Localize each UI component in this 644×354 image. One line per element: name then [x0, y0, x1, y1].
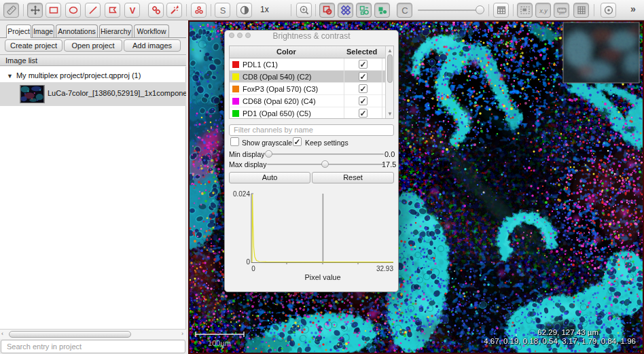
svg-text:100µm: 100µm	[208, 339, 231, 347]
svg-text:0: 0	[251, 265, 255, 272]
svg-text:0.024: 0.024	[233, 190, 250, 198]
svg-text:C: C	[401, 5, 408, 16]
svg-text:0: 0	[246, 258, 250, 266]
svg-text:x,y: x,y	[539, 7, 548, 14]
svg-text:32.93: 32.93	[376, 265, 393, 272]
svg-text:Pixel value: Pixel value	[304, 273, 340, 281]
svg-text:V: V	[129, 5, 135, 16]
svg-text:µm: µm	[559, 11, 565, 15]
svg-text:S: S	[219, 5, 226, 16]
